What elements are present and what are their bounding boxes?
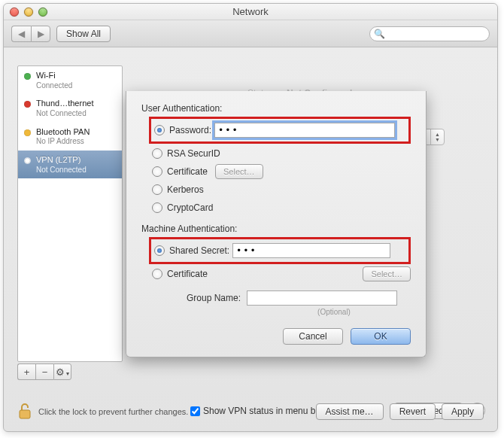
lock-text: Click the lock to prevent further change…: [38, 407, 188, 416]
sidebar-item-status: Not Connected: [36, 166, 116, 175]
user-auth-header: User Authentication:: [141, 103, 411, 114]
lock-icon[interactable]: [17, 403, 32, 421]
machine-auth-shared-row[interactable]: Shared Secret:: [154, 242, 405, 259]
machine-auth-header: Machine Authentication:: [141, 224, 411, 234]
shared-secret-field[interactable]: [232, 243, 390, 258]
content: Wi-Fi Connected Thund…thernet Not Connec…: [4, 47, 497, 431]
network-prefs-window: Network ◀ ▶ Show All 🔍 Wi-Fi Connected T…: [3, 3, 498, 432]
user-auth-rsa-row[interactable]: RSA SecurID: [152, 145, 411, 162]
machine-cert-select-button[interactable]: Select…: [363, 266, 411, 281]
machine-cert-label: Certificate: [167, 269, 208, 279]
sidebar-item-label: Wi-Fi: [36, 71, 116, 81]
sidebar-item-bluetooth[interactable]: Bluetooth PAN No IP Address: [18, 123, 122, 151]
shared-secret-highlight: Shared Secret:: [149, 237, 411, 264]
sidebar-item-wifi[interactable]: Wi-Fi Connected: [18, 66, 122, 94]
ok-button[interactable]: OK: [351, 328, 411, 345]
show-all-button[interactable]: Show All: [56, 26, 111, 42]
sidebar-item-thunderbolt[interactable]: Thund…thernet Not Connected: [18, 94, 122, 122]
nav-segmented: ◀ ▶: [11, 26, 50, 42]
cryptocard-label: CryptoCard: [167, 202, 242, 213]
radio-rsa[interactable]: [152, 148, 162, 159]
service-actions-button[interactable]: ⚙▾: [53, 363, 71, 380]
sidebar-item-status: Connected: [36, 81, 116, 91]
password-highlight: Password:: [149, 117, 411, 144]
revert-button[interactable]: Revert: [390, 403, 436, 420]
user-auth-cryptocard-row[interactable]: CryptoCard: [152, 199, 411, 216]
radio-machine-cert[interactable]: [152, 269, 162, 279]
sidebar-item-label: VPN (L2TP): [36, 155, 116, 166]
sidebar-footer: + − ⚙▾: [17, 363, 123, 380]
status-dot-icon: [24, 157, 31, 164]
sidebar-item-status: No IP Address: [36, 137, 116, 147]
forward-button[interactable]: ▶: [31, 26, 50, 42]
radio-cryptocard[interactable]: [152, 202, 162, 213]
stepper-icon: ▲▼: [430, 129, 444, 144]
authentication-dialog: User Authentication: Password: RSA Secur…: [126, 91, 427, 357]
chevron-down-icon: ▾: [66, 370, 69, 377]
kerberos-label: Kerberos: [167, 184, 242, 195]
status-dot-icon: [24, 73, 31, 80]
remove-service-button[interactable]: −: [35, 363, 53, 380]
shared-secret-label: Shared Secret:: [169, 245, 229, 256]
user-auth-password-row[interactable]: Password:: [154, 122, 405, 138]
dialog-buttons: Cancel OK: [141, 328, 411, 345]
group-name-optional: (Optional): [257, 308, 411, 316]
sidebar-item-vpn[interactable]: VPN (L2TP) Not Connected: [18, 151, 122, 178]
sidebar-item-label: Bluetooth PAN: [36, 127, 116, 138]
minimize-button[interactable]: [24, 8, 33, 17]
status-dot-icon: [24, 101, 31, 108]
radio-kerberos[interactable]: [152, 184, 162, 195]
machine-auth-cert-row[interactable]: Certificate Select…: [152, 266, 411, 282]
svg-rect-0: [20, 410, 30, 418]
add-service-button[interactable]: +: [17, 363, 35, 380]
assist-button[interactable]: Assist me…: [316, 403, 384, 420]
gear-icon: ⚙: [56, 367, 65, 378]
titlebar: Network: [4, 4, 497, 20]
user-auth-kerberos-row[interactable]: Kerberos: [152, 181, 411, 198]
cert-label: Certificate: [167, 166, 208, 177]
sidebar-item-status: Not Connected: [36, 109, 116, 119]
password-label: Password:: [169, 125, 211, 135]
apply-button[interactable]: Apply: [442, 403, 484, 420]
network-services-sidebar: Wi-Fi Connected Thund…thernet Not Connec…: [17, 65, 123, 362]
zoom-button[interactable]: [38, 8, 47, 17]
radio-shared-secret[interactable]: [154, 245, 165, 256]
radio-password[interactable]: [154, 125, 165, 135]
window-title: Network: [4, 4, 497, 20]
traffic-lights: [10, 8, 47, 17]
sidebar-item-label: Thund…thernet: [36, 99, 116, 109]
radio-certificate[interactable]: [152, 166, 162, 177]
search-field[interactable]: 🔍: [369, 26, 490, 41]
close-button[interactable]: [10, 8, 19, 17]
lock-row: Click the lock to prevent further change…: [17, 401, 484, 422]
search-icon: 🔍: [374, 29, 385, 39]
cert-select-button[interactable]: Select…: [215, 164, 263, 179]
cancel-button[interactable]: Cancel: [283, 328, 343, 345]
group-name-field[interactable]: [247, 290, 397, 306]
status-dot-icon: [24, 129, 31, 136]
group-name-label: Group Name:: [152, 293, 241, 303]
user-auth-cert-row[interactable]: Certificate Select…: [152, 163, 411, 180]
password-field[interactable]: [214, 123, 395, 138]
search-input[interactable]: [369, 26, 490, 41]
back-button[interactable]: ◀: [11, 26, 31, 42]
toolbar: ◀ ▶ Show All 🔍: [4, 20, 497, 47]
group-name-row: Group Name:: [152, 290, 411, 306]
rsa-label: RSA SecurID: [167, 148, 242, 159]
